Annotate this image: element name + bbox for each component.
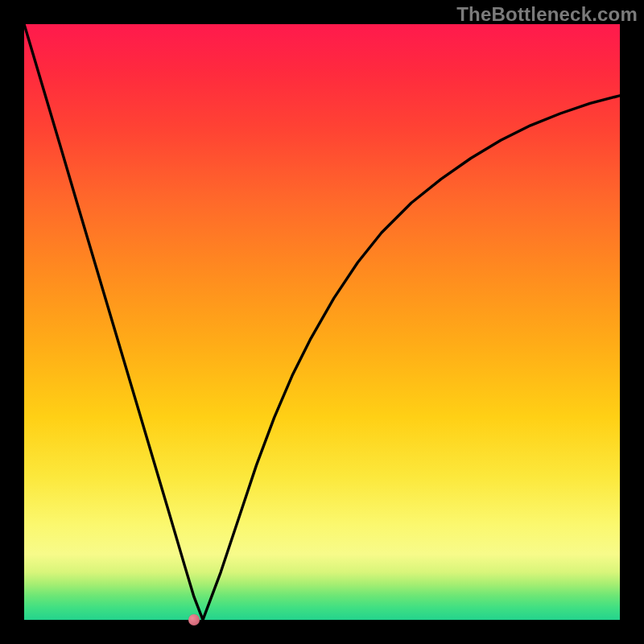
curve-svg	[24, 24, 620, 620]
marker-dot	[188, 614, 200, 625]
plot-area	[24, 24, 620, 620]
watermark-text: TheBottleneck.com	[456, 3, 638, 26]
bottleneck-curve	[24, 24, 620, 620]
chart-frame: TheBottleneck.com	[0, 0, 644, 644]
